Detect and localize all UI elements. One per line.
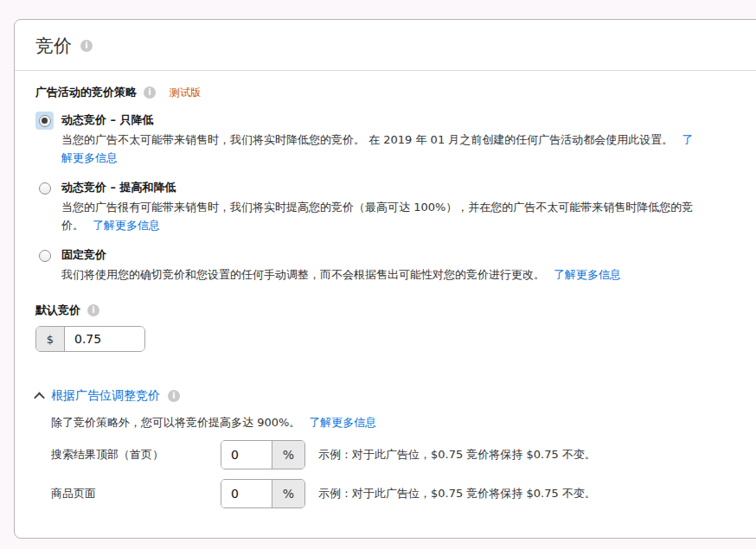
radio-circle	[39, 250, 51, 262]
percent-input-group: %	[221, 440, 305, 469]
default-bid-input-group: $	[35, 326, 145, 352]
placement-row-label: 搜索结果顶部（首页）	[51, 447, 221, 463]
option-label[interactable]: 动态竞价 – 提高和降低	[61, 179, 753, 195]
card-header: 竞价 i	[15, 20, 756, 71]
placement-row-top-of-search: 搜索结果顶部（首页） % 示例：对于此广告位，$0.75 竞价将保持 $0.75…	[51, 440, 753, 469]
radio-dynamic-down-only[interactable]	[35, 112, 54, 130]
percent-suffix: %	[272, 480, 304, 508]
info-icon[interactable]: i	[168, 390, 180, 402]
option-label[interactable]: 动态竞价 – 只降低	[61, 112, 753, 128]
placement-description: 除了竞价策略外，您可以将竞价提高多达 900%。了解更多信息	[51, 415, 753, 431]
default-bid-label-row: 默认竞价 i	[35, 303, 753, 318]
currency-prefix: $	[36, 327, 65, 351]
strategy-heading-row: 广告活动的竞价策略 i 测试版	[35, 85, 753, 100]
placement-section: 根据广告位调整竞价 i 除了竞价策略外，您可以将竞价提高多达 900%。了解更多…	[35, 388, 753, 508]
option-description: 我们将使用您的确切竞价和您设置的任何手动调整，而不会根据售出可能性对您的竞价进行…	[61, 265, 703, 284]
default-bid-input[interactable]	[65, 327, 144, 351]
option-content: 动态竞价 – 提高和降低 当您的广告很有可能带来销售时，我们将实时提高您的竞价（…	[61, 179, 753, 234]
percent-suffix: %	[272, 441, 304, 469]
strategy-options: 动态竞价 – 只降低 当您的广告不太可能带来销售时，我们将实时降低您的竞价。 在…	[35, 112, 753, 284]
placement-row-example: 示例：对于此广告位，$0.75 竞价将保持 $0.75 不变。	[318, 486, 596, 501]
placement-row-product-pages: 商品页面 % 示例：对于此广告位，$0.75 竞价将保持 $0.75 不变。	[51, 479, 753, 508]
option-desc-text: 当您的广告不太可能带来销售时，我们将实时降低您的竞价。 在 2019 年 01 …	[61, 133, 673, 146]
learn-more-link[interactable]: 了解更多信息	[309, 416, 376, 429]
radio-cell	[35, 112, 61, 167]
placement-title-row[interactable]: 根据广告位调整竞价 i	[35, 388, 753, 404]
placement-row-label: 商品页面	[51, 486, 221, 501]
info-icon[interactable]: i	[144, 86, 156, 99]
option-dynamic-up-down: 动态竞价 – 提高和降低 当您的广告很有可能带来销售时，我们将实时提高您的竞价（…	[35, 179, 753, 234]
radio-dynamic-up-down[interactable]	[35, 179, 54, 197]
chevron-up-icon	[34, 392, 45, 403]
option-description: 当您的广告很有可能带来销售时，我们将实时提高您的竞价（最高可达 100%），并在…	[61, 198, 703, 234]
default-bid-label: 默认竞价	[35, 303, 80, 318]
option-label[interactable]: 固定竞价	[61, 246, 753, 263]
radio-cell	[35, 179, 61, 234]
product-pages-percent-input[interactable]	[221, 480, 272, 508]
placement-row-example: 示例：对于此广告位，$0.75 竞价将保持 $0.75 不变。	[318, 447, 596, 463]
info-icon[interactable]: i	[87, 304, 99, 316]
card-body: 广告活动的竞价策略 i 测试版 动态竞价 – 只降低 当您的广告不太可能带来销售…	[15, 71, 756, 508]
placement-desc-text: 除了竞价策略外，您可以将竞价提高多达 900%。	[51, 416, 300, 429]
info-icon[interactable]: i	[80, 40, 93, 52]
percent-input-group: %	[221, 479, 305, 508]
learn-more-link[interactable]: 了解更多信息	[554, 268, 621, 281]
default-bid-section: 默认竞价 i $	[35, 303, 753, 352]
radio-cell	[35, 246, 61, 284]
radio-circle	[39, 115, 51, 127]
strategy-heading: 广告活动的竞价策略	[35, 85, 137, 100]
option-desc-text: 我们将使用您的确切竞价和您设置的任何手动调整，而不会根据售出可能性对您的竞价进行…	[61, 268, 545, 281]
radio-fixed-bid[interactable]	[35, 246, 54, 265]
placement-section-toggle[interactable]: 根据广告位调整竞价	[51, 388, 160, 404]
option-dynamic-down-only: 动态竞价 – 只降低 当您的广告不太可能带来销售时，我们将实时降低您的竞价。 在…	[35, 112, 753, 167]
option-content: 动态竞价 – 只降低 当您的广告不太可能带来销售时，我们将实时降低您的竞价。 在…	[61, 112, 753, 167]
learn-more-link[interactable]: 了解更多信息	[93, 219, 160, 232]
radio-circle	[39, 182, 51, 195]
beta-badge: 测试版	[170, 86, 201, 100]
option-content: 固定竞价 我们将使用您的确切竞价和您设置的任何手动调整，而不会根据售出可能性对您…	[61, 246, 753, 284]
option-fixed-bid: 固定竞价 我们将使用您的确切竞价和您设置的任何手动调整，而不会根据售出可能性对您…	[35, 246, 753, 284]
top-of-search-percent-input[interactable]	[221, 441, 272, 469]
option-description: 当您的广告不太可能带来销售时，我们将实时降低您的竞价。 在 2019 年 01 …	[61, 131, 703, 167]
bidding-card: 竞价 i 广告活动的竞价策略 i 测试版 动态竞价 – 只降低 当您的广告不太可…	[14, 19, 756, 539]
page-title: 竞价	[35, 34, 72, 58]
